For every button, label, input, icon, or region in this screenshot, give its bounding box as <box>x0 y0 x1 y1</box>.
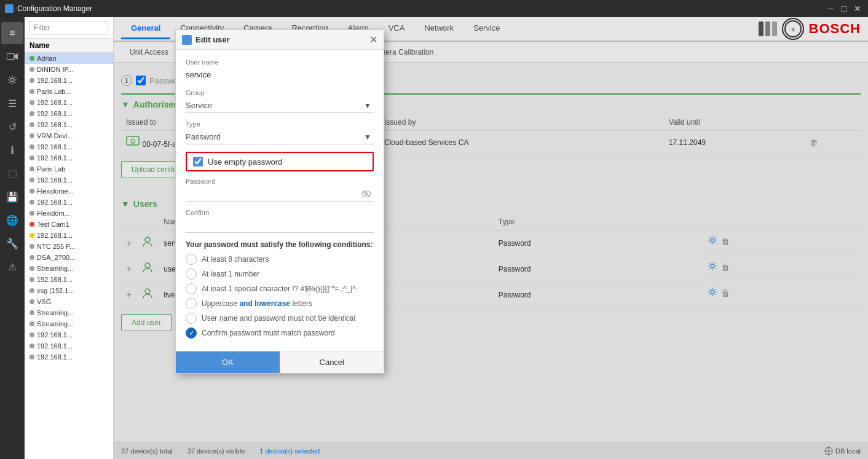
list-item[interactable]: Paris Lab <box>25 163 113 175</box>
device-panel: Name AdrianDINION IP...192.168.1...Paris… <box>25 17 114 459</box>
device-list-header: Name <box>25 39 113 53</box>
list-item[interactable]: 192.168.1... <box>25 197 113 208</box>
list-item[interactable]: 192.168.1... <box>25 230 113 241</box>
group-select[interactable]: Service User Live <box>186 98 374 113</box>
edit-user-modal: Edit user ✕ User name service Gro <box>175 29 384 374</box>
password-toggle-icon[interactable] <box>361 189 371 199</box>
modal-titlebar: Edit user ✕ <box>176 30 384 50</box>
modal-close-button[interactable]: ✕ <box>369 34 377 45</box>
condition-text: At least 8 characters <box>202 255 269 264</box>
type-select-wrapper: Password ▼ <box>186 130 374 144</box>
modal-footer: OK Cancel <box>176 351 384 373</box>
maximize-button[interactable]: □ <box>838 3 850 14</box>
condition-icon <box>186 298 197 309</box>
list-item[interactable]: Streaming... <box>25 307 113 318</box>
condition-icon: ✓ <box>186 328 197 339</box>
password-field-label: Password <box>186 178 374 185</box>
list-item[interactable]: Paris Lab... <box>25 86 113 97</box>
use-empty-password-checkbox[interactable] <box>193 157 203 167</box>
sidebar-item-camera[interactable] <box>1 45 23 68</box>
group-field: Group Service User Live ▼ <box>186 89 374 113</box>
svg-marker-1 <box>14 53 18 60</box>
conditions-list: At least 8 characters At least 1 number … <box>186 254 374 339</box>
password-input[interactable] <box>186 187 374 202</box>
sidebar-item-info[interactable]: ℹ <box>1 139 23 161</box>
list-item[interactable]: 192.168.1... <box>25 351 113 363</box>
list-item[interactable]: Flexidom... <box>25 208 113 219</box>
password-field: Password <box>186 178 374 202</box>
sidebar-item-menu[interactable]: ≡ <box>1 22 23 44</box>
username-field: User name service <box>186 58 374 82</box>
list-item[interactable]: 192.168.1... <box>25 152 113 163</box>
modal-app-icon <box>182 35 192 45</box>
sidebar-item-globe[interactable]: 🌐 <box>1 209 23 231</box>
condition-item: User name and password must not be ident… <box>186 313 374 324</box>
sidebar-item-tools[interactable]: 🔧 <box>1 232 23 254</box>
confirm-input[interactable] <box>186 218 374 233</box>
condition-text: At least 1 special character !? #$%(){}[… <box>202 284 356 293</box>
list-item[interactable]: Streaming... <box>25 318 113 329</box>
list-item[interactable]: NTC 255 P... <box>25 241 113 252</box>
sidebar-item-display[interactable]: ⬚ <box>1 162 23 184</box>
use-empty-password-row: Use empty password <box>186 152 374 171</box>
condition-text: User name and password must not be ident… <box>202 314 355 323</box>
type-label: Type <box>186 120 374 128</box>
app-window: Configuration Manager ─ □ ✕ ≡ <box>0 0 868 459</box>
modal-body: User name service Group Service User Liv… <box>176 50 384 351</box>
list-item[interactable]: 192.168.1... <box>25 175 113 186</box>
title-bar: Configuration Manager ─ □ ✕ <box>0 0 868 17</box>
app-title: Configuration Manager <box>17 4 92 13</box>
username-label: User name <box>186 58 374 66</box>
list-item[interactable]: 192.168.1... <box>25 340 113 351</box>
condition-item: ✓ Confirm password must match password <box>186 328 374 339</box>
list-item[interactable]: 192.168.1... <box>25 274 113 285</box>
list-item[interactable]: VRM Devi... <box>25 130 113 141</box>
list-item[interactable]: Streaming... <box>25 263 113 274</box>
cancel-button[interactable]: Cancel <box>280 351 384 373</box>
condition-icon <box>186 254 197 265</box>
condition-icon <box>186 269 197 280</box>
list-item[interactable]: DINION IP... <box>25 64 113 75</box>
condition-item: At least 8 characters <box>186 254 374 265</box>
list-item[interactable]: 192.168.1... <box>25 119 113 130</box>
password-conditions: Your password must satisfy the following… <box>186 240 374 339</box>
list-item[interactable]: vsg (192.1... <box>25 285 113 296</box>
sidebar-item-warning[interactable]: ⚠ <box>1 256 23 278</box>
condition-text: At least 1 number <box>202 270 259 278</box>
list-item[interactable]: Test Cam1 <box>25 219 113 230</box>
list-item[interactable]: DSA_2700... <box>25 252 113 263</box>
svg-point-2 <box>10 78 14 82</box>
group-select-wrapper: Service User Live ▼ <box>186 98 374 113</box>
condition-item: At least 1 special character !? #$%(){}[… <box>186 283 374 294</box>
list-item[interactable]: 192.168.1... <box>25 108 113 119</box>
condition-item: Uppercase and lowercase letters <box>186 298 374 309</box>
title-bar-left: Configuration Manager <box>5 4 92 13</box>
left-sidebar: ≡ ☰ ↺ ℹ ⬚ 💾 🌐 🔧 ⚠ <box>0 17 25 459</box>
minimize-button[interactable]: ─ <box>825 3 836 14</box>
list-item[interactable]: Adrian <box>25 53 113 64</box>
app-icon <box>5 4 14 13</box>
confirm-field-label: Confirm <box>186 209 374 216</box>
device-list: AdrianDINION IP...192.168.1...Paris Lab.… <box>25 53 113 459</box>
list-item[interactable]: 192.168.1... <box>25 97 113 108</box>
password-input-row <box>186 187 374 202</box>
list-item[interactable]: 192.168.1... <box>25 329 113 340</box>
list-item[interactable]: 192.168.1... <box>25 75 113 86</box>
group-label: Group <box>186 89 374 96</box>
list-item[interactable]: VSG <box>25 296 113 307</box>
sidebar-item-storage[interactable]: 💾 <box>1 186 23 208</box>
close-button[interactable]: ✕ <box>852 3 863 14</box>
list-item[interactable]: Flexidome... <box>25 186 113 197</box>
sidebar-item-refresh[interactable]: ↺ <box>1 116 23 138</box>
sidebar-item-list[interactable]: ☰ <box>1 92 23 114</box>
sidebar-item-settings[interactable] <box>1 69 23 91</box>
type-select[interactable]: Password <box>186 130 374 144</box>
condition-item: At least 1 number <box>186 269 374 280</box>
modal-title: Edit user <box>195 35 230 44</box>
title-bar-controls: ─ □ ✕ <box>825 3 863 14</box>
condition-icon <box>186 313 197 324</box>
ok-button[interactable]: OK <box>176 351 280 373</box>
list-item[interactable]: 192.168.1... <box>25 141 113 152</box>
content-area: General Connectivity Camera Recording Al… <box>114 17 868 459</box>
filter-input[interactable] <box>30 21 108 34</box>
